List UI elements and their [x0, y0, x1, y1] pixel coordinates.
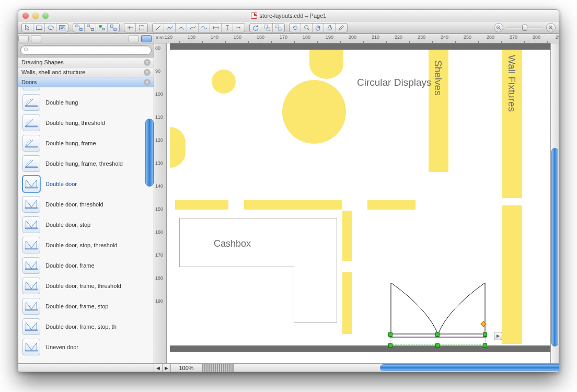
align1-tool[interactable] [124, 24, 136, 32]
minimize-button[interactable] [32, 13, 39, 19]
selection-handle[interactable] [435, 343, 440, 348]
circular-display[interactable] [309, 50, 343, 79]
polyline-tool[interactable] [164, 24, 176, 32]
ungroup-tool[interactable] [273, 24, 284, 32]
shelf-small[interactable] [367, 200, 416, 210]
library-item[interactable]: Double hung, frame [18, 133, 154, 153]
shelf-small[interactable] [244, 200, 342, 210]
page-tabs-grip[interactable] [202, 364, 234, 372]
library-item[interactable]: Double door [18, 174, 154, 194]
circular-display[interactable] [212, 70, 236, 94]
dim-h-tool[interactable] [210, 24, 222, 32]
category-walls[interactable]: Walls, shell and structure× [18, 67, 154, 77]
hscroll-track[interactable] [234, 364, 542, 372]
vertical-scrollbar[interactable] [550, 43, 559, 363]
library-item[interactable]: Double door, stop [18, 214, 154, 235]
zoom-thumb[interactable] [522, 25, 527, 31]
circular-display[interactable] [170, 127, 186, 168]
library-item-label: Double door, frame [45, 262, 95, 269]
library-item[interactable]: Double door, stop, threshold [18, 235, 154, 255]
tool-group-align [124, 23, 148, 32]
placed-double-door[interactable] [388, 283, 488, 345]
align2-tool[interactable] [136, 24, 147, 32]
wall-bottom[interactable] [170, 345, 550, 352]
page-next-button[interactable]: ► [163, 364, 171, 372]
circular-display[interactable] [282, 80, 346, 144]
door-icon [22, 216, 40, 233]
library-item[interactable]: Double door, frame, stop [18, 296, 154, 316]
view-list-icon[interactable] [31, 35, 41, 42]
wall-top[interactable] [170, 43, 550, 50]
category-label: Doors [21, 79, 37, 85]
connector4-tool[interactable] [108, 24, 119, 32]
category-doors[interactable]: Doors× [18, 77, 154, 87]
vscroll-thumb[interactable] [551, 148, 558, 347]
library-item[interactable]: Double door, frame [18, 255, 154, 275]
search-input[interactable] [20, 45, 152, 55]
stamp-tool[interactable] [324, 24, 336, 32]
shelf-small[interactable] [342, 272, 352, 334]
selection-handle[interactable] [388, 343, 393, 348]
connector1-tool[interactable] [73, 24, 85, 32]
rect-tool[interactable] [33, 24, 45, 32]
page-prev-button[interactable]: ◄ [154, 364, 163, 372]
view-search-icon[interactable] [141, 35, 152, 42]
sidebar-scrollbar[interactable] [145, 119, 154, 187]
zoom-button[interactable] [42, 13, 49, 19]
library-item[interactable]: Uneven door [18, 337, 154, 357]
connector3-tool[interactable] [96, 24, 108, 32]
refresh-tool[interactable] [290, 24, 301, 32]
close-button[interactable] [22, 13, 29, 19]
cashbox-top[interactable] [179, 218, 337, 267]
zoom-out-button[interactable] [494, 23, 503, 32]
svg-rect-0 [36, 26, 42, 29]
shape-action-button[interactable] [494, 332, 502, 340]
library-item[interactable]: Double hung [18, 92, 154, 112]
zoom-readout[interactable]: 100% [171, 364, 202, 372]
eyedropper-tool[interactable] [336, 24, 347, 32]
spline-tool[interactable] [199, 24, 210, 32]
pointer-tool[interactable] [22, 24, 33, 32]
view-tree-icon[interactable] [18, 35, 29, 42]
selection-handle[interactable] [483, 332, 487, 337]
library-item[interactable]: Double door, threshold [18, 194, 154, 214]
arc-tool[interactable] [176, 24, 187, 32]
shelf-small[interactable] [342, 211, 352, 261]
rotate-tool[interactable] [250, 24, 261, 32]
canvas[interactable]: Circular Displays Shelves Wall Fixtures … [167, 43, 550, 363]
hand-tool[interactable] [313, 24, 324, 32]
library-item[interactable]: Door, frame, stop, threshold [18, 87, 154, 92]
close-icon[interactable]: × [144, 79, 151, 86]
zoom-in-button[interactable] [546, 23, 556, 32]
cashbox-bottom[interactable] [294, 267, 337, 323]
selection-handle[interactable] [388, 332, 393, 337]
svg-line-20 [156, 25, 160, 30]
library-item[interactable]: Double hung, frame, threshold [18, 153, 154, 174]
library-item-label: Double hung, frame [45, 140, 96, 146]
close-icon[interactable]: × [144, 59, 151, 66]
dim-v-tool[interactable] [222, 24, 233, 32]
bezier-tool[interactable] [187, 24, 199, 32]
library-item[interactable]: Double door, frame, stop, th [18, 316, 154, 337]
category-drawing-shapes[interactable]: Drawing Shapes× [18, 57, 154, 67]
view-grid-icon[interactable] [129, 35, 139, 42]
magnify-tool[interactable] [301, 24, 313, 32]
dim-arrow-tool[interactable] [233, 24, 245, 32]
shelf-small[interactable] [175, 200, 228, 210]
selection-handle[interactable] [435, 332, 440, 337]
connector2-tool[interactable] [85, 24, 96, 32]
group-tool[interactable] [261, 24, 273, 32]
hscroll-thumb[interactable] [380, 364, 559, 371]
library-item[interactable]: Double hung, threshold [18, 112, 154, 133]
library-item[interactable]: Double door, frame, threshold [18, 275, 154, 296]
door-icon [22, 237, 40, 253]
close-icon[interactable]: × [144, 69, 151, 76]
line-tool[interactable] [153, 24, 164, 32]
wall-fixtures-rect2[interactable] [502, 205, 522, 344]
selection-handle[interactable] [483, 343, 487, 348]
zoom-track[interactable] [506, 27, 543, 29]
text-tool[interactable] [56, 24, 68, 32]
titlebar: store-layouts.cdd – Page1 [18, 10, 559, 21]
tool-group-edit [249, 23, 285, 32]
ellipse-tool[interactable] [45, 24, 56, 32]
